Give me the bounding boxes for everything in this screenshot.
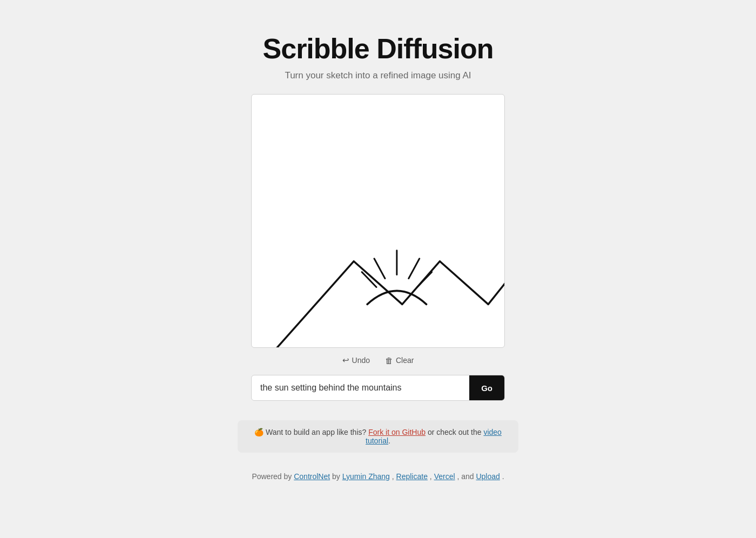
controlnet-link[interactable]: ControlNet xyxy=(294,472,330,481)
github-link[interactable]: Fork it on GitHub xyxy=(368,428,426,436)
prompt-row: Go xyxy=(251,375,505,401)
footer-powered-by: Powered by xyxy=(252,472,292,481)
undo-label: Undo xyxy=(352,356,370,365)
undo-icon: ↩ xyxy=(342,355,349,365)
banner-text-before: Want to build an app like this? xyxy=(266,428,366,436)
upload-link[interactable]: Upload xyxy=(476,472,500,481)
vercel-link[interactable]: Vercel xyxy=(434,472,455,481)
banner-emoji: 🍊 xyxy=(254,428,264,436)
svg-line-4 xyxy=(417,272,432,287)
page-title: Scribble Diffusion xyxy=(263,32,494,65)
undo-button[interactable]: ↩ Undo xyxy=(339,353,373,367)
replicate-link[interactable]: Replicate xyxy=(396,472,428,481)
trash-icon: 🗑 xyxy=(385,356,393,365)
svg-line-3 xyxy=(409,259,420,279)
page-subtitle: Turn your sketch into a refined image us… xyxy=(285,70,471,81)
sketch-canvas[interactable] xyxy=(251,94,505,348)
svg-line-1 xyxy=(374,259,385,279)
info-banner: 🍊 Want to build an app like this? Fork i… xyxy=(238,420,518,453)
clear-label: Clear xyxy=(396,356,414,365)
footer: Powered by ControlNet by Lyumin Zhang , … xyxy=(252,472,504,481)
lyumin-link[interactable]: Lyumin Zhang xyxy=(342,472,390,481)
canvas-controls: ↩ Undo 🗑 Clear xyxy=(339,353,417,367)
clear-button[interactable]: 🗑 Clear xyxy=(382,354,417,367)
go-button[interactable]: Go xyxy=(469,375,504,400)
banner-text-middle: or check out the xyxy=(428,428,482,436)
prompt-input[interactable] xyxy=(252,375,469,400)
